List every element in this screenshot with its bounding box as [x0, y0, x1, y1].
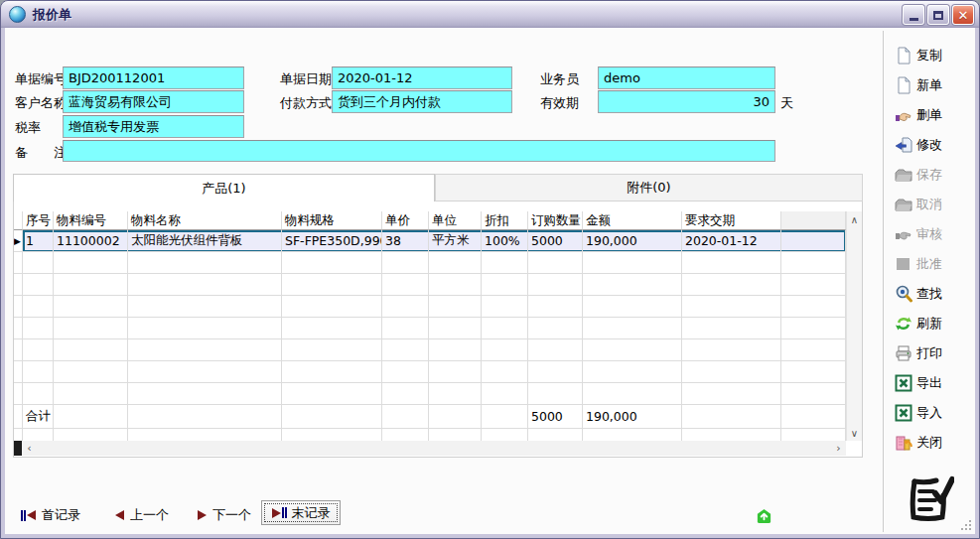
tax-field[interactable]	[63, 115, 244, 138]
table-cell	[583, 339, 682, 361]
scroll-right-icon[interactable]: ›	[831, 442, 846, 455]
validity-field[interactable]	[598, 90, 775, 113]
next-record-button[interactable]: 下一个	[198, 502, 251, 528]
table-cell	[781, 296, 846, 318]
table-cell	[14, 296, 23, 318]
cell-spec[interactable]: SF-FPE350D,990	[282, 230, 382, 252]
header-seq[interactable]: 序号	[23, 211, 54, 230]
table-row[interactable]	[14, 318, 846, 339]
salesman-field[interactable]	[598, 67, 775, 89]
table-cell	[128, 318, 282, 339]
total-empty-cell	[128, 405, 282, 429]
close-form-button[interactable]: 关闭	[895, 432, 974, 454]
tab-attachments[interactable]: 附件(0)	[435, 174, 863, 202]
audit-button[interactable]: 审核	[895, 223, 974, 245]
table-cell	[482, 252, 528, 274]
cell-code[interactable]: 11100002	[54, 230, 128, 252]
table-cell	[583, 252, 682, 274]
header-unit[interactable]: 单位	[429, 211, 482, 230]
header-code[interactable]: 物料编号	[54, 211, 128, 230]
table-cell	[528, 296, 583, 318]
header-delivery[interactable]: 要求交期	[682, 211, 781, 230]
header-qty[interactable]: 订购数量	[528, 211, 583, 230]
cell-delivery[interactable]: 2020-01-12	[682, 230, 781, 252]
scroll-down-icon[interactable]: ∨	[847, 425, 862, 441]
horizontal-scrollbar[interactable]: ‹ ›	[14, 441, 846, 456]
maximize-button[interactable]	[927, 5, 949, 25]
cell-seq[interactable]: 1	[23, 230, 54, 252]
table-cell	[429, 274, 482, 296]
cell-price[interactable]: 38	[382, 230, 429, 252]
table-grid: 序号 物料编号 物料名称 物料规格 单价 单位 折扣 订购数量 金额 要求交期 …	[14, 211, 846, 441]
table-row[interactable]	[14, 296, 846, 318]
previous-record-icon	[115, 510, 124, 520]
app-logo-icon	[903, 473, 954, 525]
copy-button[interactable]: 复制	[895, 45, 974, 67]
cell-unit[interactable]: 平方米	[429, 230, 482, 252]
cell-amount[interactable]: 190,000	[583, 230, 682, 252]
print-button[interactable]: 打印	[895, 342, 974, 364]
last-record-label: 末记录	[292, 504, 331, 522]
customer-field[interactable]	[63, 90, 244, 113]
table-cell	[23, 361, 54, 383]
table-row-selected[interactable]: ▶ 1 11100002 太阳能光伏组件背板 SF-FPE350D,990 38…	[14, 230, 846, 252]
table-cell	[382, 339, 429, 361]
tab-products[interactable]: 产品(1)	[13, 174, 435, 202]
row-indicator-header	[14, 211, 23, 230]
header-amount[interactable]: 金额	[583, 211, 682, 230]
modify-button[interactable]: 修改	[895, 134, 974, 156]
minimize-button[interactable]	[903, 5, 924, 25]
save-label: 保存	[916, 166, 942, 184]
cell-discount[interactable]: 100%	[482, 230, 528, 252]
table-cell	[781, 383, 846, 405]
cell-name[interactable]: 太阳能光伏组件背板	[128, 230, 282, 252]
cell-extra[interactable]	[781, 230, 846, 252]
cell-qty[interactable]: 5000	[528, 230, 583, 252]
last-record-button[interactable]: 末记录	[261, 500, 341, 525]
scroll-up-icon[interactable]: ∧	[847, 211, 862, 227]
payment-field[interactable]	[332, 90, 512, 113]
header-spec[interactable]: 物料规格	[282, 211, 382, 230]
resize-grip[interactable]	[960, 519, 972, 531]
table-cell	[482, 274, 528, 296]
save-button[interactable]: 保存	[895, 164, 974, 186]
delete-doc-button[interactable]: 删单	[895, 104, 974, 126]
table-cell	[583, 318, 682, 339]
total-empty-cell	[429, 405, 482, 429]
header-name[interactable]: 物料名称	[128, 211, 282, 230]
vertical-scrollbar[interactable]: ∧ ∨	[846, 211, 862, 441]
table-row[interactable]	[14, 339, 846, 361]
delete-doc-label: 删单	[916, 106, 942, 124]
refresh-button[interactable]: 刷新	[895, 313, 974, 335]
table-cell	[429, 318, 482, 339]
find-button[interactable]: 查找	[895, 283, 974, 305]
table-cell	[482, 296, 528, 318]
copy-icon	[895, 47, 912, 65]
table-cell	[429, 339, 482, 361]
titlebar[interactable]: 报价单 ✕	[1, 1, 979, 28]
table-cell	[429, 429, 482, 441]
doc-no-field[interactable]	[63, 67, 244, 89]
table-row[interactable]	[14, 252, 846, 274]
table-row[interactable]	[14, 274, 846, 296]
remark-field[interactable]	[63, 140, 775, 162]
header-price[interactable]: 单价	[382, 211, 429, 230]
import-button[interactable]: 导入	[895, 402, 974, 424]
table-row[interactable]	[14, 383, 846, 405]
table-cell	[528, 318, 583, 339]
new-doc-button[interactable]: 新单	[895, 74, 974, 96]
total-label: 合计	[23, 405, 54, 429]
cancel-button[interactable]: 取消	[895, 194, 974, 215]
table-row[interactable]	[14, 429, 846, 441]
first-record-button[interactable]: 首记录	[21, 502, 80, 528]
doc-date-field[interactable]	[332, 67, 512, 89]
refresh-icon	[895, 315, 912, 333]
approve-button[interactable]: 批准	[895, 253, 974, 275]
close-button[interactable]: ✕	[952, 5, 974, 25]
table-total-row: 合计 5000 190,000	[14, 405, 846, 429]
previous-record-button[interactable]: 上一个	[115, 502, 169, 528]
header-discount[interactable]: 折扣	[482, 211, 528, 230]
scroll-left-icon[interactable]: ‹	[22, 442, 37, 455]
export-button[interactable]: 导出	[895, 372, 974, 394]
table-row[interactable]	[14, 361, 846, 383]
